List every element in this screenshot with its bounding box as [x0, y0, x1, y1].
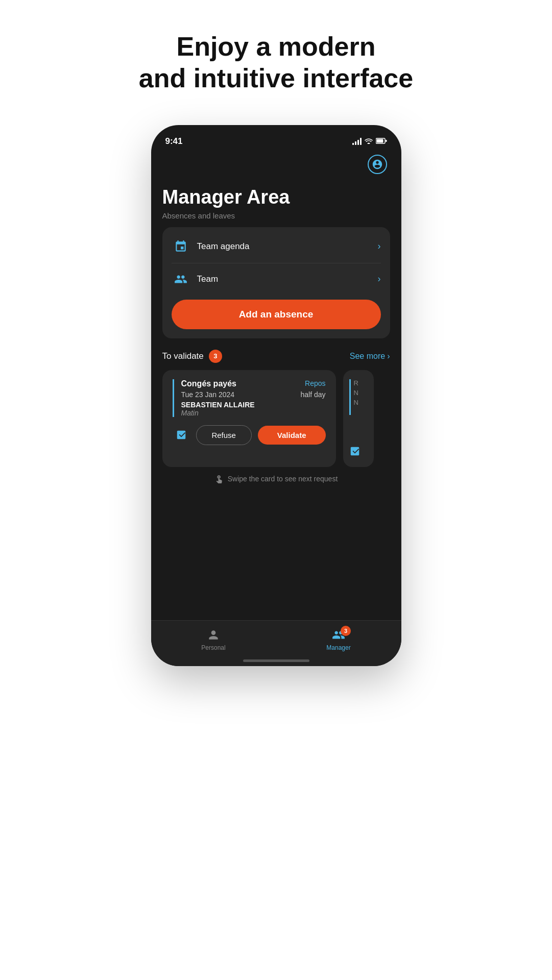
- status-time: 9:41: [165, 136, 183, 146]
- app-content: Manager Area Absences and leaves Team ag…: [151, 186, 401, 488]
- manager-nav-label: Manager: [326, 644, 350, 651]
- request-mid-row: Tue 23 Jan 2024 half day: [181, 390, 326, 400]
- svg-rect-1: [376, 139, 383, 142]
- wifi-icon: [365, 137, 373, 145]
- nav-manager[interactable]: 3 Manager: [326, 628, 350, 651]
- request-date: Tue 23 Jan 2024: [181, 390, 235, 399]
- request-cards-wrapper: Congés payés Repos Tue 23 Jan 2024 half …: [162, 370, 390, 467]
- refuse-button[interactable]: Refuse: [196, 425, 252, 445]
- team-agenda-item[interactable]: Team agenda ›: [162, 230, 390, 263]
- team-icon: [172, 270, 190, 288]
- profile-button[interactable]: [368, 155, 387, 174]
- team-agenda-chevron: ›: [378, 241, 381, 252]
- personal-nav-icon: [206, 628, 221, 642]
- personal-nav-label: Personal: [201, 644, 225, 651]
- swipe-icon: [214, 474, 224, 483]
- request-card: Congés payés Repos Tue 23 Jan 2024 half …: [162, 370, 336, 467]
- request-name: SEBASTIEN ALLAIRE: [181, 401, 326, 409]
- request-period: Matin: [181, 409, 326, 417]
- team-agenda-label: Team agenda: [197, 241, 378, 252]
- see-more-chevron: ›: [387, 352, 390, 361]
- request-card-partial: R N N: [343, 370, 374, 467]
- menu-card: Team agenda › Team › Add an absence: [162, 227, 390, 338]
- edit-icon: [173, 426, 190, 444]
- svg-rect-2: [386, 140, 387, 142]
- validate-button[interactable]: Validate: [258, 426, 326, 445]
- see-more-button[interactable]: See more ›: [350, 352, 390, 361]
- card-actions: Refuse Validate: [173, 425, 326, 445]
- request-category: Repos: [305, 379, 325, 387]
- manager-area-heading: Manager Area: [162, 186, 390, 208]
- request-card-inner: Congés payés Repos Tue 23 Jan 2024 half …: [173, 379, 326, 417]
- battery-icon: [376, 137, 387, 145]
- request-top-row: Congés payés Repos: [181, 379, 326, 388]
- request-duration: half day: [300, 390, 325, 400]
- add-absence-button[interactable]: Add an absence: [172, 300, 381, 329]
- nav-personal[interactable]: Personal: [201, 628, 225, 651]
- calendar-icon: [172, 237, 190, 256]
- home-indicator: [243, 659, 309, 662]
- request-type: Congés payés: [181, 379, 236, 388]
- phone-frame: 9:41: [151, 125, 401, 666]
- swipe-hint-text: Swipe the card to see next request: [228, 475, 338, 483]
- section-label: Absences and leaves: [162, 211, 390, 220]
- team-label: Team: [197, 274, 378, 284]
- signal-bars-icon: [352, 138, 362, 145]
- team-chevron: ›: [378, 274, 381, 284]
- team-item[interactable]: Team ›: [162, 263, 390, 296]
- manager-nav-icon: 3: [331, 628, 346, 642]
- swipe-hint: Swipe the card to see next request: [162, 474, 390, 488]
- to-validate-label: To validate: [162, 351, 204, 361]
- status-icons: [352, 137, 387, 145]
- status-bar: 9:41: [151, 125, 401, 151]
- manager-nav-badge: 3: [341, 626, 351, 636]
- user-circle-icon: [372, 159, 383, 170]
- to-validate-badge: 3: [209, 350, 222, 363]
- validate-header: To validate 3 See more ›: [162, 350, 390, 363]
- page-headline: Enjoy a modern and intuitive interface: [139, 31, 413, 94]
